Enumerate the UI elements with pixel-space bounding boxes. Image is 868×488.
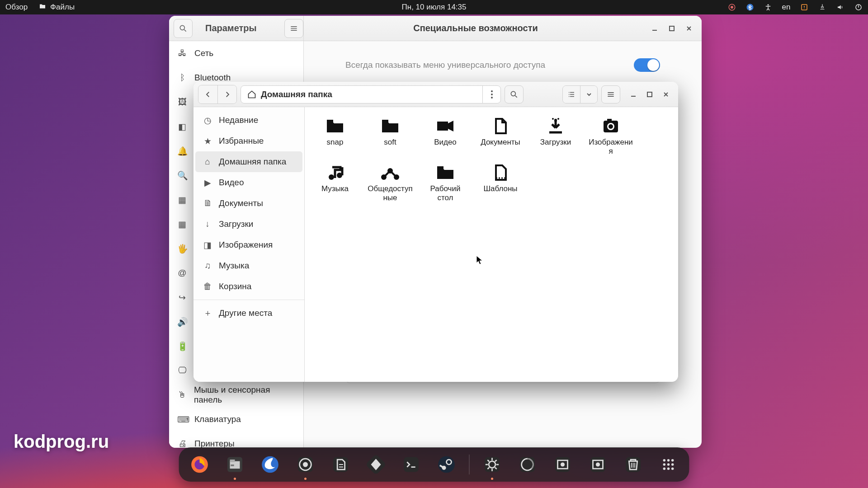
files-sidebar-label: Загрузки [219, 219, 253, 229]
files-sidebar-recent[interactable]: ◷Недавние [195, 110, 302, 131]
trash-icon: 🗑 [203, 282, 212, 291]
app-menu-files[interactable]: Файлы [38, 2, 75, 13]
settings-sidebar-item[interactable]: 🖱Мышь и сенсорная панель [169, 383, 303, 407]
file-item[interactable]: Загрузки [531, 114, 580, 159]
dock-steam[interactable] [434, 452, 459, 477]
files-sidebar-label: Корзина [219, 282, 251, 291]
clock[interactable]: Пн, 10 июля 14:35 [402, 3, 467, 12]
svg-point-54 [596, 462, 600, 466]
file-item[interactable]: Музыка [310, 161, 360, 206]
menu-button[interactable] [284, 19, 303, 38]
files-sidebar-pictures[interactable]: ◨Изображения [195, 235, 302, 255]
svg-point-56 [663, 459, 666, 462]
record-indicator-icon[interactable] [728, 3, 736, 11]
path-label: Домашняя папка [261, 89, 332, 99]
svg-point-59 [663, 463, 666, 466]
svg-point-63 [667, 467, 670, 470]
file-item[interactable]: Рабочий стол [420, 161, 470, 206]
file-item[interactable]: Изображения [586, 114, 636, 159]
dock [179, 447, 689, 482]
always-show-a11y-label: Всегда показывать меню универсального до… [345, 60, 545, 70]
file-item[interactable]: Документы [476, 114, 525, 159]
documents-icon [490, 117, 511, 135]
folder-icon [324, 117, 346, 135]
file-item[interactable]: Шаблоны [476, 161, 525, 206]
svg-point-16 [554, 119, 557, 122]
files-sidebar-documents[interactable]: 🗎Документы [195, 193, 302, 214]
minimize-button[interactable] [647, 21, 662, 36]
svg-point-58 [671, 459, 674, 462]
files-sidebar-downloads[interactable]: ↓Загрузки [195, 214, 302, 235]
files-sidebar-starred[interactable]: ★Избранные [195, 131, 302, 151]
files-sidebar[interactable]: ◷Недавние★Избранные⌂Домашняя папка▶Видео… [193, 107, 305, 382]
files-sidebar-trash[interactable]: 🗑Корзина [195, 276, 302, 297]
svg-point-64 [671, 467, 674, 470]
dock-firefox[interactable] [187, 452, 212, 477]
files-search-button[interactable] [505, 85, 524, 103]
file-item[interactable]: snap [310, 114, 360, 159]
svg-rect-12 [647, 92, 652, 97]
files-sidebar-videos[interactable]: ▶Видео [195, 172, 302, 193]
path-bar[interactable]: Домашняя папка [241, 85, 501, 103]
volume-icon[interactable] [836, 3, 844, 11]
view-dropdown-button[interactable] [580, 86, 597, 103]
search-button[interactable] [174, 19, 193, 38]
svg-point-18 [557, 118, 559, 120]
settings-page-title: Специальные возможности [304, 23, 647, 33]
settings-sidebar-item[interactable]: ⌨Клавиатура [169, 407, 303, 432]
close-button[interactable] [682, 21, 696, 36]
dock-thunderbird[interactable] [258, 452, 283, 477]
dock-inkscape[interactable] [363, 452, 389, 477]
dock-screenshot[interactable] [550, 452, 576, 477]
list-view-button[interactable] [563, 86, 580, 103]
files-sidebar-label: Домашняя папка [219, 157, 286, 167]
sidebar-icon: 🖧 [177, 48, 187, 58]
file-label: Видео [434, 138, 457, 147]
nav-forward-button[interactable] [217, 85, 236, 103]
accessibility-icon[interactable] [764, 3, 772, 11]
files-sidebar-other[interactable]: ＋Другие места [195, 303, 302, 324]
file-item[interactable]: Видео [420, 114, 470, 159]
files-close-button[interactable] [658, 87, 674, 102]
bluetooth-icon[interactable] [746, 3, 754, 11]
keyboard-layout[interactable]: en [782, 3, 790, 11]
documents-icon: 🗎 [203, 198, 212, 208]
dock-settings[interactable] [480, 452, 505, 477]
files-sidebar-home[interactable]: ⌂Домашняя папка [195, 151, 302, 172]
settings-sidebar-item[interactable]: 🖨Принтеры [169, 432, 303, 448]
path-more-button[interactable] [482, 86, 500, 103]
activities-button[interactable]: Обзор [5, 3, 28, 12]
dock-recorder[interactable] [515, 452, 540, 477]
file-item[interactable]: soft [365, 114, 415, 159]
files-sidebar-music[interactable]: ♫Музыка [195, 255, 302, 276]
files-grid[interactable]: snapsoftВидеоДокументыЗагрузкиИзображени… [305, 107, 678, 382]
svg-rect-34 [231, 465, 234, 466]
pictures-icon: ◨ [203, 240, 212, 250]
file-label: Загрузки [540, 138, 571, 147]
network-icon[interactable] [818, 3, 826, 11]
maximize-button[interactable] [665, 21, 679, 36]
svg-point-8 [491, 90, 493, 92]
dock-terminal[interactable] [399, 452, 424, 477]
svg-point-11 [511, 91, 515, 96]
svg-point-51 [561, 462, 565, 466]
files-maximize-button[interactable] [642, 87, 657, 102]
always-show-a11y-toggle[interactable] [634, 58, 660, 72]
file-item[interactable]: Общедоступные [365, 161, 415, 206]
sidebar-icon: ⌨ [177, 414, 187, 425]
nav-back-button[interactable] [198, 85, 217, 103]
hamburger-button[interactable] [601, 85, 620, 103]
files-minimize-button[interactable] [626, 87, 641, 102]
power-icon[interactable] [854, 3, 863, 11]
dock-document[interactable] [328, 452, 354, 477]
settings-sidebar-item[interactable]: 🖧Сеть [169, 41, 303, 66]
dock-trash[interactable] [621, 452, 646, 477]
svg-rect-22 [607, 119, 612, 122]
dock-apps[interactable] [656, 452, 681, 477]
sidebar-item-label: Bluetooth [194, 73, 231, 83]
dock-files[interactable] [222, 452, 248, 477]
dock-screenshot2[interactable] [585, 452, 611, 477]
file-label: snap [327, 138, 344, 147]
dock-obs[interactable] [293, 452, 318, 477]
updates-icon[interactable] [800, 3, 808, 11]
